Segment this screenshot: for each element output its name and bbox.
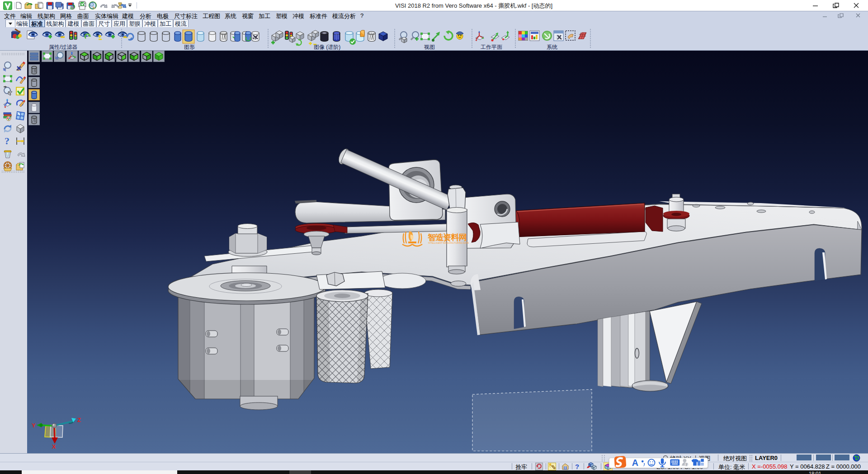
- svg-text:A: A: [632, 458, 638, 468]
- svg-text:?: ?: [5, 135, 9, 147]
- svg-text:7: 7: [685, 463, 687, 467]
